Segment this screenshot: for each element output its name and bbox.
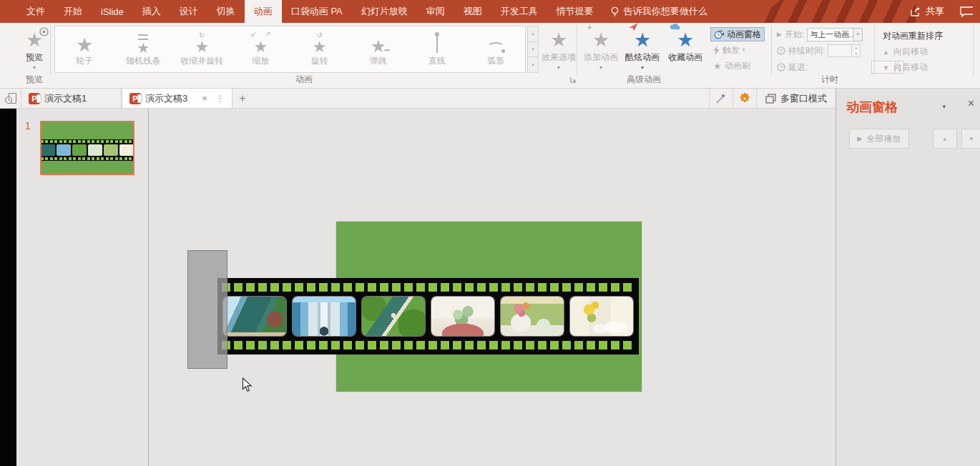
start-combobox-dropdown-icon[interactable]: ▾: [853, 29, 862, 41]
trigger-button[interactable]: 触发 ▾: [710, 43, 748, 57]
anim-random-bars[interactable]: ★ 随机线条: [118, 26, 168, 72]
anim-bounce-label: 弹跳: [370, 55, 387, 67]
move-forward-label: 向前移动: [893, 46, 928, 58]
filmstrip-shape[interactable]: [217, 278, 639, 355]
menu-review[interactable]: 审阅: [417, 0, 454, 23]
anim-zoom-label: 缩放: [252, 55, 269, 67]
menu-file[interactable]: 文件: [17, 0, 54, 23]
favorite-animation-button[interactable]: ★ 收藏动画: [664, 26, 707, 74]
menu-home[interactable]: 开始: [54, 0, 92, 23]
multi-window-mode-button[interactable]: 多窗口模式: [756, 89, 836, 108]
anim-spin[interactable]: ↺★ 旋转: [295, 26, 345, 72]
pane-dropdown-icon[interactable]: ▾: [942, 103, 946, 110]
magic-wand-button[interactable]: [709, 89, 732, 108]
preview-label: 预览: [26, 51, 43, 64]
arc-path-icon: [487, 29, 504, 55]
anim-wheel-label: 轮子: [76, 55, 93, 67]
anim-spin-label: 旋转: [311, 55, 328, 67]
play-all-button[interactable]: ▶ 全部播放: [849, 129, 909, 149]
reorder-title: 对动画重新排序: [883, 30, 943, 42]
thumbnail-filmstrip: [40, 139, 134, 161]
home-button[interactable]: [0, 89, 21, 108]
settings-button[interactable]: [732, 89, 756, 108]
tab-presentation1[interactable]: P 演示文稿1: [21, 89, 122, 108]
photo-glass-towers[interactable]: [293, 297, 356, 336]
share-button[interactable]: 共享: [910, 5, 944, 18]
menu-developer[interactable]: 开发工具: [491, 0, 547, 23]
preview-button[interactable]: ★ 预览 ▾: [19, 26, 50, 74]
gallery-scroll-down[interactable]: ▼: [527, 42, 539, 58]
tab-close-icon[interactable]: ×: [202, 93, 207, 104]
tell-me-box[interactable]: 告诉我你想要做什么: [603, 0, 715, 23]
move-backward-icon: ▼: [883, 64, 889, 71]
duration-label: 持续时间:: [788, 45, 825, 57]
delay-label: 延迟:: [788, 61, 808, 74]
photo-succulent-pot[interactable]: [431, 297, 494, 336]
slide-number: 1: [25, 120, 31, 132]
multi-window-mode-label: 多窗口模式: [780, 92, 827, 105]
add-animation-button[interactable]: ★ + 添加动画 ▾: [581, 26, 621, 74]
gallery-scroll-up[interactable]: ▲: [527, 26, 539, 42]
photo-campus-building[interactable]: [223, 297, 286, 336]
photo-aerial-campus[interactable]: [362, 297, 425, 336]
preview-star-icon: ★: [26, 26, 43, 50]
collapsed-panel-strip[interactable]: [0, 109, 16, 466]
anim-line-path[interactable]: 直线: [412, 26, 462, 72]
gray-rectangle-shape[interactable]: [187, 250, 227, 369]
duration-clock-icon: [777, 46, 785, 55]
pane-move-down-button[interactable]: ▼: [961, 129, 980, 149]
tab-presentation3-active[interactable]: P 演示文稿3 × ⋮: [122, 89, 232, 108]
group-label-timing: 计时: [787, 74, 873, 86]
menu-animations-active[interactable]: 动画: [245, 0, 282, 23]
delay-clock-icon: [777, 63, 785, 71]
anim-wheel[interactable]: ★ 轮子: [59, 26, 109, 72]
start-label: 开始:: [785, 29, 804, 41]
menu-islide[interactable]: iSlide: [92, 0, 133, 23]
anim-zoom[interactable]: ↙ ↗ ★ 缩放: [235, 26, 285, 72]
comment-icon[interactable]: [960, 6, 973, 17]
gallery-more-button[interactable]: ▼: [527, 57, 539, 73]
start-combobox-value: 与上一动画...: [808, 29, 853, 40]
photo-flower-vase[interactable]: [501, 297, 564, 336]
pane-close-icon[interactable]: ×: [968, 97, 974, 110]
menu-design[interactable]: 设计: [170, 0, 207, 23]
tab-presentation1-label: 演示文稿1: [44, 92, 87, 105]
move-backward-button[interactable]: ▼ 向后移动: [883, 61, 928, 74]
bounce-star-icon: ★: [371, 29, 386, 55]
menu-slideshow[interactable]: 幻灯片放映: [352, 0, 417, 23]
animation-pane-button[interactable]: 动画窗格: [710, 27, 765, 41]
tab-more-icon[interactable]: ⋮: [216, 94, 225, 104]
menu-view[interactable]: 视图: [454, 0, 491, 23]
animation-pane-btn-label: 动画窗格: [727, 29, 761, 41]
anim-random-bars-label: 随机线条: [126, 55, 160, 67]
start-combobox[interactable]: 与上一动画... ▾: [807, 28, 863, 41]
document-tab-bar: P 演示文稿1 P 演示文稿3 × ⋮ + 多窗口模式: [0, 89, 836, 109]
menu-storyboard[interactable]: 情节提要: [547, 0, 603, 23]
group-label-animation: 动画: [272, 74, 336, 86]
new-tab-button[interactable]: +: [232, 89, 253, 108]
share-label: 共享: [926, 5, 944, 18]
move-forward-button[interactable]: ▲ 向前移动: [883, 46, 928, 58]
app-window: 文件 开始 iSlide 插入 设计 切换 动画 口袋动画 PA 幻灯片放映 审…: [0, 0, 980, 466]
duration-row: 持续时间: ▲▼: [777, 44, 861, 58]
menu-insert[interactable]: 插入: [133, 0, 170, 23]
dialog-launcher-icon[interactable]: [570, 76, 577, 84]
zoom-star-icon: ↙ ↗ ★: [254, 29, 268, 55]
painter-star-icon: ★: [713, 61, 722, 71]
duration-spinner[interactable]: ▲▼: [828, 44, 861, 57]
anim-shrink-turn[interactable]: ↻★ 收缩并旋转: [177, 26, 227, 72]
anim-arc-path[interactable]: 弧形: [471, 26, 521, 72]
cool-animation-button[interactable]: ★ 酷炫动画 ▾: [622, 26, 662, 74]
effect-options-button[interactable]: ★ 效果选项 ▾: [542, 26, 576, 74]
pane-move-up-button[interactable]: ▲: [933, 129, 957, 149]
animation-painter-button[interactable]: ★ 动画刷: [710, 59, 753, 73]
anim-bounce[interactable]: ★ 弹跳: [353, 26, 403, 72]
menu-transitions[interactable]: 切换: [207, 0, 245, 23]
menu-pocket-animation[interactable]: 口袋动画 PA: [282, 0, 352, 23]
gear-icon: [739, 93, 750, 104]
slide-1-thumbnail[interactable]: [40, 121, 134, 175]
play-circle-icon: [39, 27, 49, 36]
photo-window-tea-set[interactable]: [570, 297, 633, 336]
slide-canvas[interactable]: [150, 109, 836, 466]
rocket-icon: [628, 22, 640, 32]
